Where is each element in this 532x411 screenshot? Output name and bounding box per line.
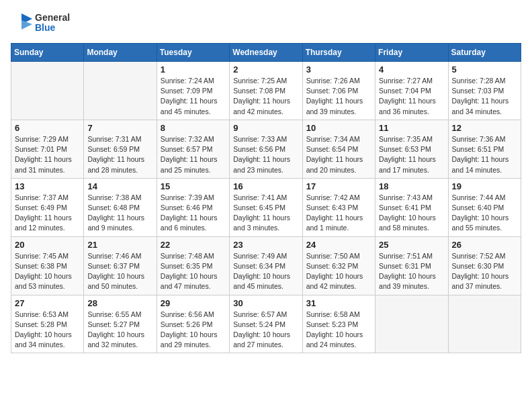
calendar-cell: 24Sunrise: 7:50 AM Sunset: 6:32 PM Dayli… xyxy=(302,236,375,295)
calendar-cell: 15Sunrise: 7:39 AM Sunset: 6:46 PM Dayli… xyxy=(157,178,229,236)
calendar-cell: 6Sunrise: 7:29 AM Sunset: 7:01 PM Daylig… xyxy=(11,120,84,178)
day-info: Sunrise: 7:32 AM Sunset: 6:57 PM Dayligh… xyxy=(161,134,226,175)
day-info: Sunrise: 6:58 AM Sunset: 5:23 PM Dayligh… xyxy=(306,310,371,351)
day-info: Sunrise: 7:39 AM Sunset: 6:46 PM Dayligh… xyxy=(161,193,226,234)
day-info: Sunrise: 7:35 AM Sunset: 6:53 PM Dayligh… xyxy=(379,134,444,175)
day-number: 4 xyxy=(379,64,444,75)
day-number: 17 xyxy=(306,181,371,191)
day-number: 26 xyxy=(452,240,517,250)
calendar-cell: 25Sunrise: 7:51 AM Sunset: 6:31 PM Dayli… xyxy=(375,236,448,295)
calendar-cell xyxy=(375,295,448,353)
day-number: 7 xyxy=(87,123,152,133)
day-info: Sunrise: 7:38 AM Sunset: 6:48 PM Dayligh… xyxy=(87,193,152,234)
calendar-table: SundayMondayTuesdayWednesdayThursdayFrid… xyxy=(11,43,521,353)
svg-marker-1 xyxy=(21,20,32,30)
calendar-week-row: 27Sunrise: 6:53 AM Sunset: 5:28 PM Dayli… xyxy=(11,295,521,353)
calendar-cell: 1Sunrise: 7:24 AM Sunset: 7:09 PM Daylig… xyxy=(157,62,229,120)
calendar-cell: 19Sunrise: 7:44 AM Sunset: 6:40 PM Dayli… xyxy=(448,178,521,236)
day-info: Sunrise: 7:49 AM Sunset: 6:34 PM Dayligh… xyxy=(233,251,298,292)
day-info: Sunrise: 7:31 AM Sunset: 6:59 PM Dayligh… xyxy=(87,134,152,175)
day-number: 3 xyxy=(306,64,371,75)
weekday-header-cell: Wednesday xyxy=(230,44,302,62)
day-info: Sunrise: 7:43 AM Sunset: 6:41 PM Dayligh… xyxy=(379,193,444,234)
day-number: 27 xyxy=(15,298,80,308)
calendar-cell: 7Sunrise: 7:31 AM Sunset: 6:59 PM Daylig… xyxy=(84,120,157,178)
day-info: Sunrise: 7:25 AM Sunset: 7:08 PM Dayligh… xyxy=(233,76,298,117)
day-number: 28 xyxy=(87,298,152,308)
weekday-header-row: SundayMondayTuesdayWednesdayThursdayFrid… xyxy=(11,44,521,62)
day-info: Sunrise: 7:34 AM Sunset: 6:54 PM Dayligh… xyxy=(306,134,371,175)
day-info: Sunrise: 7:45 AM Sunset: 6:38 PM Dayligh… xyxy=(15,251,80,292)
calendar-cell: 18Sunrise: 7:43 AM Sunset: 6:41 PM Dayli… xyxy=(375,178,448,236)
calendar-cell: 29Sunrise: 6:56 AM Sunset: 5:26 PM Dayli… xyxy=(157,295,229,353)
day-info: Sunrise: 6:56 AM Sunset: 5:26 PM Dayligh… xyxy=(161,310,226,351)
calendar-cell: 20Sunrise: 7:45 AM Sunset: 6:38 PM Dayli… xyxy=(11,236,84,295)
calendar-cell: 2Sunrise: 7:25 AM Sunset: 7:08 PM Daylig… xyxy=(230,62,302,120)
day-number: 13 xyxy=(15,181,80,191)
calendar-cell: 22Sunrise: 7:48 AM Sunset: 6:35 PM Dayli… xyxy=(157,236,229,295)
weekday-header-cell: Friday xyxy=(375,44,448,62)
day-info: Sunrise: 7:41 AM Sunset: 6:45 PM Dayligh… xyxy=(233,193,298,234)
calendar-cell: 17Sunrise: 7:42 AM Sunset: 6:43 PM Dayli… xyxy=(302,178,375,236)
logo: GeneralBlue xyxy=(11,11,70,35)
logo-general-text: General xyxy=(35,13,70,23)
day-number: 12 xyxy=(452,123,517,133)
day-info: Sunrise: 7:29 AM Sunset: 7:01 PM Dayligh… xyxy=(15,134,80,175)
calendar-cell: 27Sunrise: 6:53 AM Sunset: 5:28 PM Dayli… xyxy=(11,295,84,353)
day-number: 9 xyxy=(233,123,298,133)
weekday-header-cell: Tuesday xyxy=(157,44,229,62)
weekday-header-cell: Sunday xyxy=(11,44,84,62)
day-info: Sunrise: 7:36 AM Sunset: 6:51 PM Dayligh… xyxy=(452,134,517,175)
day-info: Sunrise: 7:51 AM Sunset: 6:31 PM Dayligh… xyxy=(379,251,444,292)
weekday-header-cell: Thursday xyxy=(302,44,375,62)
day-number: 15 xyxy=(161,181,226,191)
weekday-header-cell: Saturday xyxy=(448,44,521,62)
day-number: 6 xyxy=(15,123,80,133)
day-info: Sunrise: 7:44 AM Sunset: 6:40 PM Dayligh… xyxy=(452,193,517,234)
calendar-cell xyxy=(448,295,521,353)
calendar-week-row: 20Sunrise: 7:45 AM Sunset: 6:38 PM Dayli… xyxy=(11,236,521,295)
calendar-cell: 28Sunrise: 6:55 AM Sunset: 5:27 PM Dayli… xyxy=(84,295,157,353)
day-number: 5 xyxy=(452,64,517,75)
day-number: 22 xyxy=(161,240,226,250)
day-number: 18 xyxy=(379,181,444,191)
calendar-cell: 10Sunrise: 7:34 AM Sunset: 6:54 PM Dayli… xyxy=(302,120,375,178)
day-number: 30 xyxy=(233,298,298,308)
day-number: 1 xyxy=(161,64,226,75)
day-info: Sunrise: 7:42 AM Sunset: 6:43 PM Dayligh… xyxy=(306,193,371,234)
day-number: 14 xyxy=(87,181,152,191)
page-header: GeneralBlue xyxy=(11,11,521,35)
day-number: 29 xyxy=(161,298,226,308)
calendar-cell: 30Sunrise: 6:57 AM Sunset: 5:24 PM Dayli… xyxy=(230,295,302,353)
day-number: 25 xyxy=(379,240,444,250)
calendar-cell: 14Sunrise: 7:38 AM Sunset: 6:48 PM Dayli… xyxy=(84,178,157,236)
day-number: 11 xyxy=(379,123,444,133)
day-info: Sunrise: 7:33 AM Sunset: 6:56 PM Dayligh… xyxy=(233,134,298,175)
calendar-cell xyxy=(84,62,157,120)
day-number: 20 xyxy=(15,240,80,250)
day-info: Sunrise: 6:55 AM Sunset: 5:27 PM Dayligh… xyxy=(87,310,152,351)
day-number: 16 xyxy=(233,181,298,191)
day-number: 21 xyxy=(87,240,152,250)
weekday-header-cell: Monday xyxy=(84,44,157,62)
calendar-cell: 31Sunrise: 6:58 AM Sunset: 5:23 PM Dayli… xyxy=(302,295,375,353)
logo-bird-icon xyxy=(11,11,32,35)
calendar-cell: 11Sunrise: 7:35 AM Sunset: 6:53 PM Dayli… xyxy=(375,120,448,178)
calendar-cell: 12Sunrise: 7:36 AM Sunset: 6:51 PM Dayli… xyxy=(448,120,521,178)
calendar-cell: 4Sunrise: 7:27 AM Sunset: 7:04 PM Daylig… xyxy=(375,62,448,120)
calendar-week-row: 6Sunrise: 7:29 AM Sunset: 7:01 PM Daylig… xyxy=(11,120,521,178)
day-info: Sunrise: 7:46 AM Sunset: 6:37 PM Dayligh… xyxy=(87,251,152,292)
calendar-cell: 23Sunrise: 7:49 AM Sunset: 6:34 PM Dayli… xyxy=(230,236,302,295)
day-number: 23 xyxy=(233,240,298,250)
logo-blue-text: Blue xyxy=(35,23,70,33)
calendar-cell: 9Sunrise: 7:33 AM Sunset: 6:56 PM Daylig… xyxy=(230,120,302,178)
day-number: 24 xyxy=(306,240,371,250)
day-number: 10 xyxy=(306,123,371,133)
calendar-cell xyxy=(11,62,84,120)
day-info: Sunrise: 6:57 AM Sunset: 5:24 PM Dayligh… xyxy=(233,310,298,351)
day-info: Sunrise: 7:28 AM Sunset: 7:03 PM Dayligh… xyxy=(452,76,517,117)
day-info: Sunrise: 7:37 AM Sunset: 6:49 PM Dayligh… xyxy=(15,193,80,234)
calendar-cell: 3Sunrise: 7:26 AM Sunset: 7:06 PM Daylig… xyxy=(302,62,375,120)
day-info: Sunrise: 6:53 AM Sunset: 5:28 PM Dayligh… xyxy=(15,310,80,351)
day-number: 31 xyxy=(306,298,371,308)
